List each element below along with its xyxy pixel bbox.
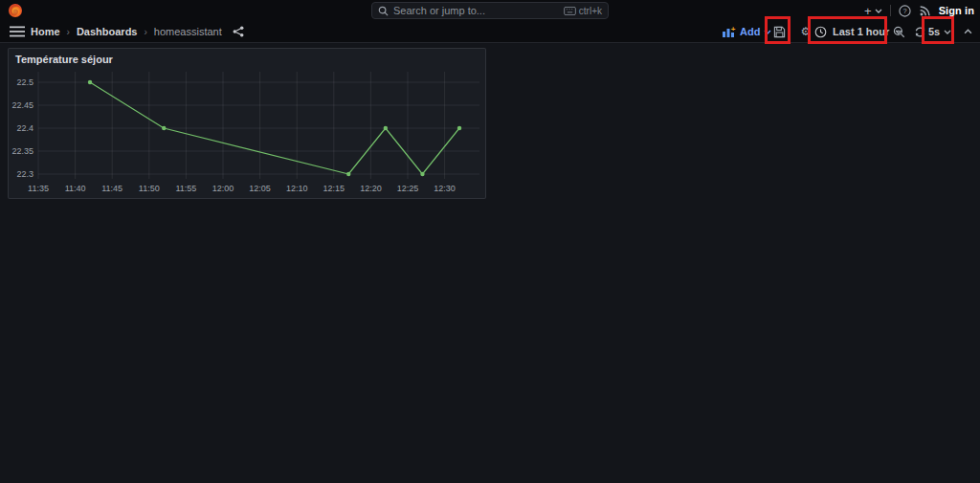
search-placeholder: Search or jump to... bbox=[393, 5, 559, 16]
svg-text:12:20: 12:20 bbox=[360, 184, 382, 193]
plus-icon: + bbox=[864, 5, 872, 17]
annotation-highlight-time-range bbox=[808, 16, 887, 44]
svg-text:12:10: 12:10 bbox=[286, 184, 308, 193]
breadcrumb-current-dashboard: homeassistant bbox=[154, 26, 222, 37]
breadcrumb-separator: › bbox=[144, 27, 146, 37]
svg-text:22.45: 22.45 bbox=[11, 100, 33, 110]
breadcrumb: Home › Dashboards › homeassistant bbox=[31, 21, 244, 42]
add-button-label: Add bbox=[740, 26, 760, 37]
add-panel-icon: + bbox=[723, 26, 736, 37]
share-icon bbox=[233, 26, 244, 37]
svg-text:12:00: 12:00 bbox=[212, 184, 234, 193]
search-input[interactable]: Search or jump to... ctrl+k bbox=[371, 2, 609, 19]
svg-text:11:50: 11:50 bbox=[139, 184, 160, 193]
timeseries-chart[interactable]: 11:3511:4011:4511:5011:5512:0012:0512:10… bbox=[9, 49, 485, 198]
svg-text:12:15: 12:15 bbox=[323, 184, 345, 193]
breadcrumb-dashboards[interactable]: Dashboards bbox=[77, 26, 138, 37]
search-shortcut: ctrl+k bbox=[564, 6, 602, 16]
zoom-out-time-button[interactable] bbox=[891, 24, 906, 39]
chevron-up-icon bbox=[964, 29, 972, 34]
chevron-down-icon bbox=[875, 9, 882, 13]
panel-temperature-sejour[interactable]: Température séjour 11:3511:4011:4511:501… bbox=[8, 48, 486, 199]
breadcrumb-separator: › bbox=[67, 27, 70, 37]
breadcrumb-home[interactable]: Home bbox=[31, 26, 60, 37]
svg-text:11:40: 11:40 bbox=[65, 184, 86, 193]
sign-in-button[interactable]: Sign in bbox=[939, 5, 974, 16]
search-shortcut-label: ctrl+k bbox=[579, 6, 602, 16]
svg-text:11:45: 11:45 bbox=[101, 184, 122, 193]
keyboard-icon bbox=[564, 7, 576, 15]
topbar-divider bbox=[890, 5, 891, 16]
annotation-highlight-refresh-interval bbox=[922, 16, 954, 44]
collapse-toolbar-button[interactable] bbox=[961, 24, 974, 39]
svg-text:12:05: 12:05 bbox=[249, 184, 271, 193]
svg-text:22.5: 22.5 bbox=[16, 77, 33, 87]
annotation-highlight-save-button bbox=[765, 16, 791, 44]
news-rss-icon[interactable] bbox=[919, 5, 931, 17]
new-menu-button[interactable]: + bbox=[864, 5, 882, 17]
search-icon bbox=[378, 6, 389, 16]
svg-text:22.3: 22.3 bbox=[16, 169, 33, 179]
svg-text:?: ? bbox=[902, 7, 906, 15]
svg-text:22.35: 22.35 bbox=[11, 146, 33, 156]
svg-text:12:30: 12:30 bbox=[434, 184, 456, 193]
zoom-out-icon bbox=[893, 26, 905, 38]
svg-text:+: + bbox=[731, 26, 736, 33]
svg-text:11:55: 11:55 bbox=[175, 184, 196, 193]
grafana-logo[interactable] bbox=[8, 3, 23, 18]
help-icon[interactable]: ? bbox=[899, 5, 911, 17]
svg-text:12:25: 12:25 bbox=[397, 184, 419, 193]
menu-hamburger-icon[interactable] bbox=[10, 26, 25, 37]
svg-text:11:35: 11:35 bbox=[28, 184, 49, 193]
svg-text:22.4: 22.4 bbox=[16, 123, 33, 133]
share-dashboard-button[interactable] bbox=[233, 26, 244, 37]
